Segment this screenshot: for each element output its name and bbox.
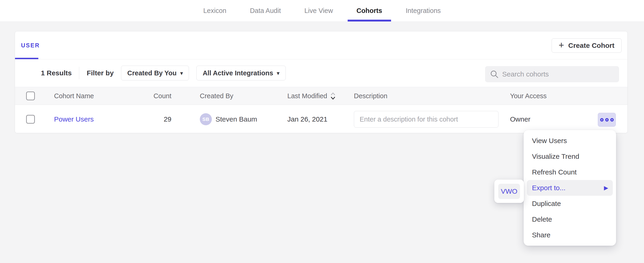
select-all-checkbox[interactable] — [26, 92, 35, 100]
avatar: SB — [200, 113, 212, 125]
nav-tab-live-view[interactable]: Live View — [296, 0, 342, 22]
menu-item-export-to-label: Export to... — [532, 184, 566, 192]
top-nav: Lexicon Data Audit Live View Cohorts Int… — [0, 0, 644, 22]
nav-tab-lexicon[interactable]: Lexicon — [194, 0, 235, 22]
nav-tab-data-audit[interactable]: Data Audit — [241, 0, 290, 22]
menu-item-export-to[interactable]: Export to... ▶ — [527, 180, 613, 196]
more-icon — [600, 118, 604, 122]
integrations-dropdown-value: All Active Integrations — [202, 69, 273, 77]
chevron-down-icon: ▾ — [180, 70, 183, 76]
more-icon — [605, 118, 609, 122]
table-header: Cohort Name Count Created By Last Modifi… — [15, 87, 627, 105]
create-cohort-label: Create Cohort — [568, 42, 614, 50]
header-your-access: Your Access — [510, 87, 547, 105]
more-icon — [610, 118, 614, 122]
export-submenu: VWO — [494, 180, 524, 203]
menu-item-refresh-count[interactable]: Refresh Count — [524, 164, 616, 180]
submenu-item-vwo[interactable]: VWO — [498, 184, 520, 199]
sort-icon[interactable] — [330, 92, 336, 100]
description-input[interactable] — [354, 111, 498, 128]
header-count: Count — [126, 87, 172, 105]
header-last-modified-label: Last Modified — [287, 92, 327, 100]
row-actions-menu: View Users Visualize Trend Refresh Count… — [524, 130, 616, 246]
menu-item-view-users[interactable]: View Users — [524, 133, 616, 149]
create-cohort-button[interactable]: + Create Cohort — [552, 38, 622, 53]
filter-by-label: Filter by — [86, 69, 114, 77]
last-modified-cell: Jan 26, 2021 — [287, 105, 327, 133]
table-row: Power Users 29 SB Steven Baum Jan 26, 20… — [15, 105, 627, 133]
cohorts-page: Lexicon Data Audit Live View Cohorts Int… — [0, 0, 644, 263]
chevron-down-icon: ▾ — [277, 70, 280, 76]
header-created-by: Created By — [200, 87, 233, 105]
cohort-name-link[interactable]: Power Users — [54, 115, 94, 123]
header-cohort-name: Cohort Name — [54, 87, 94, 105]
row-checkbox[interactable] — [26, 115, 35, 124]
divider — [79, 67, 79, 79]
cohorts-card: USER + Create Cohort 1 Results Filter by… — [15, 31, 628, 133]
access-cell: Owner — [510, 105, 530, 133]
created-by-dropdown[interactable]: Created By You ▾ — [121, 66, 189, 80]
menu-item-duplicate[interactable]: Duplicate — [524, 196, 616, 211]
integrations-dropdown[interactable]: All Active Integrations ▾ — [196, 66, 286, 80]
menu-item-visualize-trend[interactable]: Visualize Trend — [524, 149, 616, 164]
creator-name: Steven Baum — [216, 115, 257, 123]
submenu-arrow-icon: ▶ — [604, 185, 608, 191]
tab-user[interactable]: USER — [21, 32, 40, 59]
nav-tabs: Lexicon Data Audit Live View Cohorts Int… — [194, 0, 450, 22]
search-box — [485, 66, 619, 82]
created-by-cell: SB Steven Baum — [200, 105, 257, 133]
cohort-count: 29 — [126, 105, 172, 133]
row-actions-button[interactable] — [598, 113, 616, 127]
search-icon — [490, 70, 498, 78]
menu-item-delete[interactable]: Delete — [524, 211, 616, 227]
search-input[interactable] — [502, 70, 614, 78]
nav-tab-cohorts[interactable]: Cohorts — [348, 0, 391, 22]
header-last-modified[interactable]: Last Modified — [287, 87, 336, 105]
header-description: Description — [354, 87, 387, 105]
nav-tab-integrations[interactable]: Integrations — [397, 0, 450, 22]
results-count: 1 Results — [41, 69, 72, 77]
created-by-dropdown-value: Created By You — [127, 69, 176, 77]
menu-item-share[interactable]: Share — [524, 227, 616, 243]
plus-icon: + — [559, 41, 564, 50]
